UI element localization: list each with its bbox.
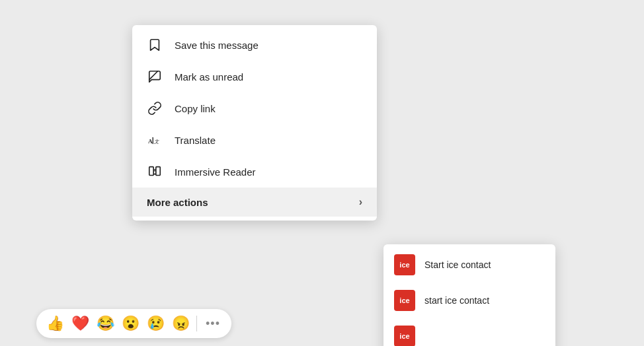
immersive-reader-label: Immersive Reader (175, 166, 256, 178)
menu-item-immersive-reader[interactable]: Immersive Reader (132, 156, 377, 188)
emoji-more-button[interactable]: ••• (202, 313, 223, 334)
emoji-heart[interactable]: ❤️ (69, 313, 91, 334)
ice-avatar-2: ice (394, 290, 415, 311)
menu-item-more-actions[interactable]: More actions › (132, 188, 377, 217)
emoji-thumbsup[interactable]: 👍 (44, 313, 65, 334)
svg-text:A: A (148, 138, 153, 145)
ice-avatar-3: ice (394, 326, 415, 346)
submenu-item-2[interactable]: ice start ice contact (383, 283, 555, 318)
svg-text:文: 文 (154, 139, 159, 145)
mark-unread-icon (147, 69, 163, 85)
menu-item-mark-unread[interactable]: Mark as unread (132, 61, 377, 92)
copy-link-label: Copy link (175, 103, 216, 114)
menu-item-translate[interactable]: A 文 Translate (132, 124, 377, 156)
emoji-angry[interactable]: 😠 (170, 313, 191, 334)
svg-point-6 (154, 174, 155, 175)
start-ice-contact-2-label: start ice contact (424, 295, 489, 306)
submenu: ice Start ice contact ice start ice cont… (383, 244, 555, 346)
emoji-laugh[interactable]: 😂 (95, 313, 116, 334)
submenu-item-3-partial[interactable]: ice (383, 318, 555, 346)
translate-label: Translate (175, 135, 216, 146)
emoji-divider (196, 316, 197, 331)
emoji-bar: 👍 ❤️ 😂 😮 😢 😠 ••• (36, 309, 231, 338)
ice-avatar-1: ice (394, 254, 415, 275)
submenu-item-1[interactable]: ice Start ice contact (383, 247, 555, 283)
context-menu: Save this message Mark as unread Copy li… (132, 25, 377, 221)
immersive-reader-icon (147, 164, 163, 180)
mark-unread-label: Mark as unread (175, 71, 243, 83)
more-actions-label: More actions (147, 197, 208, 208)
menu-item-save-message[interactable]: Save this message (132, 29, 377, 61)
translate-icon: A 文 (147, 132, 163, 148)
svg-line-0 (149, 71, 158, 80)
chevron-right-icon: › (359, 196, 362, 208)
menu-item-copy-link[interactable]: Copy link (132, 92, 377, 124)
emoji-sad[interactable]: 😢 (145, 313, 166, 334)
copy-link-icon (147, 100, 163, 116)
svg-rect-5 (156, 167, 160, 176)
bookmark-icon (147, 37, 163, 53)
emoji-surprised[interactable]: 😮 (120, 313, 141, 334)
svg-rect-4 (149, 167, 153, 176)
save-message-label: Save this message (175, 40, 259, 51)
start-ice-contact-1-label: Start ice contact (424, 260, 491, 270)
